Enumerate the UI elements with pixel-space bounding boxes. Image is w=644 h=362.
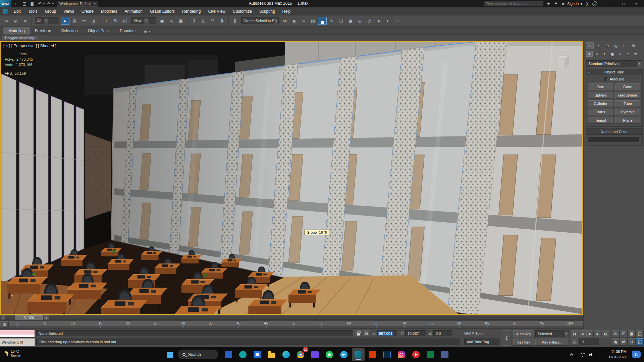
percent-snap-icon[interactable]: %: [208, 17, 217, 25]
selection-filter-dropdown[interactable]: All ▾: [35, 17, 59, 24]
add-time-tag[interactable]: Add Time Tag: [464, 339, 500, 345]
redo-icon[interactable]: ↷: [46, 1, 52, 7]
angle-snap-icon[interactable]: ∠: [199, 17, 208, 25]
time-slider-track[interactable]: [0, 316, 583, 320]
viewport-label[interactable]: [ + ] [ Perspective ] [ Shaded ]: [3, 44, 56, 48]
select-and-move-icon[interactable]: +: [102, 17, 111, 25]
taskbar-app-teams[interactable]: [222, 348, 235, 361]
select-and-manipulate-icon[interactable]: ◬: [167, 17, 176, 25]
selection-region-icon[interactable]: ▭: [79, 17, 88, 25]
menu-customize[interactable]: Customize: [229, 7, 256, 15]
taskbar-app-store[interactable]: [236, 348, 249, 361]
zoom-all-icon[interactable]: ⊞: [620, 330, 628, 338]
menu-help[interactable]: Help: [279, 7, 294, 15]
absolute-offset-toggle[interactable]: ⊡: [363, 330, 370, 337]
current-frame-field[interactable]: 0: [579, 339, 599, 345]
cylinder-button[interactable]: Cylinder: [588, 100, 613, 107]
cameras-category-icon[interactable]: ▣: [609, 51, 616, 57]
polygon-modeling-panel[interactable]: Polygon Modeling: [1, 36, 38, 41]
menu-animation[interactable]: Animation: [121, 7, 146, 15]
taskbar-app-media-player[interactable]: [410, 348, 422, 361]
menu-tools[interactable]: Tools: [24, 7, 41, 15]
pan-icon[interactable]: ⇄: [620, 338, 628, 346]
window-crossing-icon[interactable]: ⊞: [89, 17, 98, 25]
maximize-button[interactable]: □: [617, 0, 630, 7]
autogrid-checkbox[interactable]: [604, 77, 608, 81]
cone-button[interactable]: Cone: [615, 83, 640, 90]
keyboard-override-icon[interactable]: ▦: [176, 17, 185, 25]
taskbar-app-photos[interactable]: [251, 348, 264, 361]
ribbon-toggle-icon[interactable]: ▄: [318, 17, 327, 25]
previous-frame-arrow[interactable]: ‹: [1, 315, 5, 320]
taskbar-app-3dsmax[interactable]: [352, 348, 365, 361]
object-name-field[interactable]: [588, 137, 639, 143]
x-coordinate-field[interactable]: 867.001: [377, 330, 398, 337]
previous-frame-button[interactable]: ◀: [579, 330, 586, 337]
menu-rendering[interactable]: Rendering: [178, 7, 204, 15]
time-slider-handle[interactable]: 0 / 100: [15, 315, 43, 320]
sphere-button[interactable]: Sphere: [588, 92, 613, 99]
mirror-icon[interactable]: ⋈: [280, 17, 289, 25]
torus-button[interactable]: Torus: [588, 109, 613, 115]
set-key-button[interactable]: Set Key: [513, 339, 534, 346]
notification-count-badge[interactable]: 15: [632, 351, 641, 358]
start-button[interactable]: [164, 350, 175, 360]
motion-panel-icon[interactable]: ◎: [612, 42, 620, 49]
lighting-analysis-icon[interactable]: ◐: [384, 17, 392, 25]
taskbar-app-telegram[interactable]: [337, 348, 350, 361]
box-button[interactable]: Box: [588, 83, 613, 90]
menu-civil-view[interactable]: Civil View: [204, 7, 229, 15]
welcome-window-title[interactable]: Welcome to M: [0, 338, 35, 346]
field-of-view-icon[interactable]: ◉: [612, 338, 620, 346]
snap-toggle-icon[interactable]: 3: [190, 17, 198, 25]
y-coordinate-field[interactable]: 10.387: [405, 330, 426, 337]
redo-flyout-caret-icon[interactable]: ▾: [52, 2, 54, 5]
app-logo-icon[interactable]: MAX: [0, 0, 11, 7]
help-search-input[interactable]: [484, 1, 543, 6]
taskbar-app-office[interactable]: [366, 348, 379, 361]
render-production-icon[interactable]: ●: [374, 17, 383, 25]
ribbon-cycle-icon[interactable]: ◉: [144, 29, 147, 33]
sign-in-control[interactable]: ☻ Sign In ▾: [561, 2, 582, 6]
tab-modeling[interactable]: Modeling: [3, 27, 30, 35]
lights-category-icon[interactable]: ◐: [601, 51, 608, 57]
material-editor-icon[interactable]: ▩: [346, 17, 355, 25]
named-sets-dropdown[interactable]: Create Selection Se ▾: [241, 17, 279, 24]
schematic-view-icon[interactable]: ⊟: [337, 17, 345, 25]
play-button[interactable]: ▶: [586, 330, 594, 337]
weather-widget[interactable]: 15°C Smoke: [3, 349, 21, 358]
reference-coordinate-dropdown[interactable]: View ▾: [131, 17, 156, 24]
perspective-viewport[interactable]: [ + ] [ Perspective ] [ Shaded ] Total P…: [0, 41, 583, 315]
network-icon[interactable]: [580, 352, 585, 357]
curve-editor-icon[interactable]: ∿: [327, 17, 336, 25]
menu-scripting[interactable]: Scripting: [256, 7, 279, 15]
next-frame-button[interactable]: ▶: [594, 330, 601, 337]
zoom-region-icon[interactable]: ◱: [636, 330, 644, 338]
a360-icon[interactable]: ╳: [585, 2, 590, 6]
undo-flyout-caret-icon[interactable]: ▾: [43, 2, 45, 5]
spinner-snap-icon[interactable]: ⇅: [218, 17, 226, 25]
menu-modifiers[interactable]: Modifiers: [97, 7, 121, 15]
notifications-icon[interactable]: ⚑: [553, 2, 558, 6]
menu-views[interactable]: Views: [60, 7, 78, 15]
menu-group[interactable]: Group: [41, 7, 60, 15]
select-and-link-icon[interactable]: ∞: [2, 17, 11, 25]
unlink-selection-icon[interactable]: ⊘: [11, 17, 20, 25]
tab-populate[interactable]: Populate: [115, 27, 141, 35]
taskbar-app-chrome[interactable]: 10: [294, 348, 307, 361]
zoom-icon[interactable]: ⊕: [612, 330, 620, 338]
modify-panel-icon[interactable]: ◔: [594, 42, 602, 49]
select-object-icon[interactable]: ►: [61, 17, 69, 25]
viewport-3d-scene[interactable]: [1, 42, 582, 314]
object-color-swatch[interactable]: [641, 137, 641, 143]
key-filters-button[interactable]: Key Filters...: [535, 339, 569, 346]
shapes-category-icon[interactable]: ○: [593, 51, 600, 57]
ribbon-minimize-caret-icon[interactable]: ▾: [148, 29, 150, 33]
maximize-viewport-toggle[interactable]: ◲: [636, 338, 644, 346]
favorites-icon[interactable]: ★: [546, 2, 551, 6]
auto-key-button[interactable]: Auto Key: [513, 330, 534, 337]
next-frame-arrow[interactable]: ›: [44, 315, 49, 320]
maxscript-mini-listener[interactable]: [0, 330, 35, 338]
hierarchy-panel-icon[interactable]: ⊟: [603, 42, 611, 49]
open-file-icon[interactable]: ◰: [21, 1, 28, 7]
